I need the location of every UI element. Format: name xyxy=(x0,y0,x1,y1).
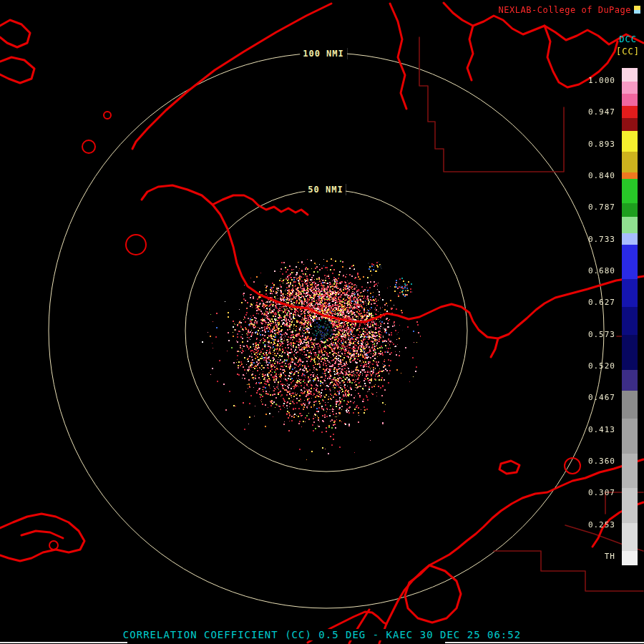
radar-map-canvas xyxy=(0,0,644,644)
range-ring-label-50nmi: 50 NMI xyxy=(305,184,346,195)
bottom-border-right xyxy=(445,642,644,643)
radar-display: NEXLAB-College of DuPage DCC [CC] 1.0000… xyxy=(0,0,644,644)
product-unit: [CC] xyxy=(616,47,640,57)
bottom-border-left xyxy=(0,642,127,643)
station-title: NEXLAB-College of DuPage xyxy=(499,5,631,15)
product-caption: CORRELATION COEFFICIENT (CC) 0.5 DEG - K… xyxy=(119,629,525,640)
product-code: DCC xyxy=(619,34,637,44)
station-glyph xyxy=(634,6,640,14)
colorbar-gradient xyxy=(622,68,638,565)
range-ring-label-100nmi: 100 NMI xyxy=(300,48,347,59)
